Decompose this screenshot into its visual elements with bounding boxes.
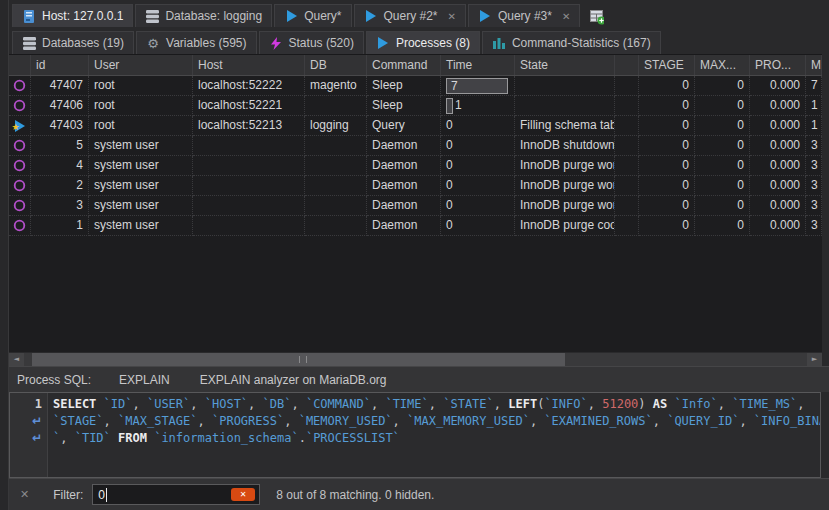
cell-command: Sleep (367, 96, 441, 116)
cell-id: 3 (31, 196, 89, 216)
cell-max_stage: 0 (695, 116, 750, 136)
filter-status-text: 8 out of 8 matching. 0 hidden. (276, 488, 434, 502)
column-header-memory[interactable]: M (806, 55, 822, 75)
tab-databases-19[interactable]: Databases (19) (12, 31, 134, 54)
tab-label: Status (520) (289, 36, 354, 50)
cell-memory: 7 (806, 76, 822, 96)
column-header-id[interactable]: id (31, 55, 89, 75)
cell-user: system user (89, 216, 193, 236)
close-tab-icon[interactable]: ✕ (562, 11, 570, 22)
cell-user: root (89, 76, 193, 96)
cell-max_stage: 0 (695, 176, 750, 196)
cell-host (193, 136, 305, 156)
column-header-command[interactable]: Command (367, 55, 441, 75)
play-icon (376, 36, 390, 50)
process-row[interactable]: 1system userDaemon0InnoDB purge coor...0… (9, 216, 822, 236)
tab-processes-8[interactable]: Processes (8) (366, 31, 480, 54)
clear-filter-icon[interactable]: ✕ (231, 488, 255, 501)
tab-command-statistics-167[interactable]: Command-Statistics (167) (482, 31, 661, 54)
column-header-spacer[interactable] (615, 55, 639, 75)
cell-stage: 0 (639, 196, 695, 216)
sleep-process-icon (13, 99, 27, 113)
cell-command: Daemon (367, 196, 441, 216)
cell-max_stage: 0 (695, 136, 750, 156)
column-header-state[interactable]: State (515, 55, 615, 75)
wrap-line-icon: ↵ (10, 431, 47, 448)
cell-command: Daemon (367, 136, 441, 156)
tab-label: Host: 127.0.0.1 (42, 9, 123, 23)
scrollbar-thumb[interactable] (32, 353, 565, 366)
process-row[interactable]: 3system userDaemon0InnoDB purge wor...00… (9, 196, 822, 216)
cell-progress: 0.000 (750, 96, 806, 116)
scrollbar-track[interactable] (24, 353, 807, 366)
cell-icon (9, 76, 31, 96)
cell-max_stage: 0 (695, 216, 750, 236)
process-row[interactable]: 5system userDaemon0InnoDB shutdown ...00… (9, 136, 822, 156)
column-header-max_stage[interactable]: MAX... (695, 55, 750, 75)
column-header-host[interactable]: Host (193, 55, 305, 75)
close-tab-icon[interactable]: ✕ (448, 11, 456, 22)
sleep-process-icon (13, 139, 27, 153)
cell-progress: 0.000 (750, 216, 806, 236)
cell-state: InnoDB purge wor... (515, 156, 615, 176)
tab-query[interactable]: Query* (274, 4, 351, 27)
column-header-stage[interactable]: STAGE (639, 55, 695, 75)
cell-id: 1 (31, 216, 89, 236)
filter-bar: ✕ Filter: 0 ✕ 8 out of 8 matching. 0 hid… (9, 478, 829, 510)
server-icon (22, 9, 36, 23)
cell-icon (9, 196, 31, 216)
cell-spacer (615, 216, 639, 236)
tab-query-2[interactable]: Query #2*✕ (354, 4, 466, 27)
cell-command: Sleep (367, 76, 441, 96)
process-row[interactable]: 2system userDaemon0InnoDB purge wor...00… (9, 176, 822, 196)
explain-link[interactable]: EXPLAIN (119, 373, 170, 387)
cell-stage: 0 (639, 216, 695, 236)
column-header-icon[interactable] (9, 55, 31, 75)
process-row[interactable]: ★47403rootlocalhost:52213loggingQuery0Fi… (9, 116, 822, 136)
column-header-time[interactable]: Time (441, 55, 515, 75)
tab-query-3[interactable]: Query #3*✕ (468, 4, 580, 27)
cell-command: Daemon (367, 216, 441, 236)
scroll-right-arrow-icon[interactable]: ► (807, 353, 822, 366)
cell-state: InnoDB shutdown ... (515, 136, 615, 156)
process-row[interactable]: 4system userDaemon0InnoDB purge wor...00… (9, 156, 822, 176)
cell-state: InnoDB purge wor... (515, 176, 615, 196)
new-query-tab-button[interactable] (590, 10, 604, 24)
gear-icon: ⚙ (146, 36, 160, 50)
tab-variables-595[interactable]: ⚙Variables (595) (136, 31, 256, 54)
scroll-left-arrow-icon[interactable]: ◄ (9, 353, 24, 366)
cell-host: localhost:52213 (193, 116, 305, 136)
cell-state (515, 76, 615, 96)
column-header-progress[interactable]: PRO... (750, 55, 806, 75)
cell-spacer (615, 176, 639, 196)
cell-id: 47406 (31, 96, 89, 116)
cell-state: InnoDB purge wor... (515, 196, 615, 216)
sql-editor-gutter: 1↵↵ (10, 393, 48, 477)
tab-status-520[interactable]: Status (520) (259, 31, 364, 54)
time-progress-bar (446, 98, 453, 114)
tab-host-127-0-0-1[interactable]: Host: 127.0.0.1 (12, 4, 133, 27)
sql-editor[interactable]: 1↵↵ SELECT `ID`, `USER`, `HOST`, `DB`, `… (9, 392, 821, 478)
column-header-db[interactable]: DB (305, 55, 367, 75)
tab-label: Processes (8) (396, 36, 470, 50)
cell-id: 4 (31, 156, 89, 176)
explain-analyzer-link[interactable]: EXPLAIN analyzer on MariaDB.org (200, 373, 387, 387)
play-icon (478, 9, 492, 23)
filter-input[interactable]: 0 ✕ (92, 484, 260, 505)
close-filter-panel-icon[interactable]: ✕ (20, 488, 29, 501)
scrollbar-grip (299, 356, 307, 363)
cell-memory: 1 (806, 96, 822, 116)
cell-memory: 3 (806, 136, 822, 156)
process-row[interactable]: 47406rootlocalhost:52221Sleep1000.0001 (9, 96, 822, 116)
cell-memory: 3 (806, 176, 822, 196)
main-tab-bar: Host: 127.0.0.1Database: loggingQuery*Qu… (9, 0, 829, 27)
play-icon (364, 9, 378, 23)
tab-database-logging[interactable]: Database: logging (135, 4, 272, 27)
cell-host: localhost:52222 (193, 76, 305, 96)
process-row[interactable]: 47407rootlocalhost:52222magentoSleep7000… (9, 76, 822, 96)
cell-db (305, 176, 367, 196)
column-header-user[interactable]: User (89, 55, 193, 75)
cell-user: system user (89, 136, 193, 156)
cell-state: InnoDB purge coor... (515, 216, 615, 236)
cell-user: system user (89, 176, 193, 196)
